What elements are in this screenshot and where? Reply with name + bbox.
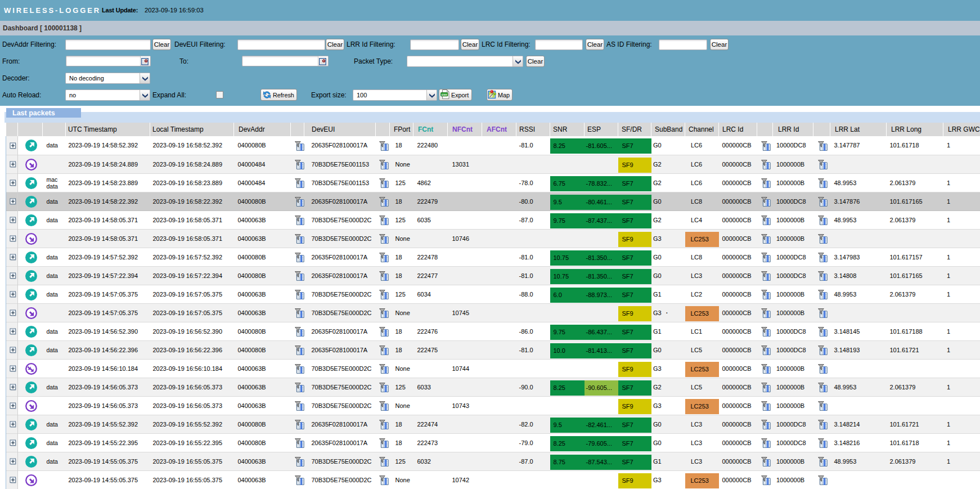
svg-text:csv: csv <box>442 93 447 96</box>
